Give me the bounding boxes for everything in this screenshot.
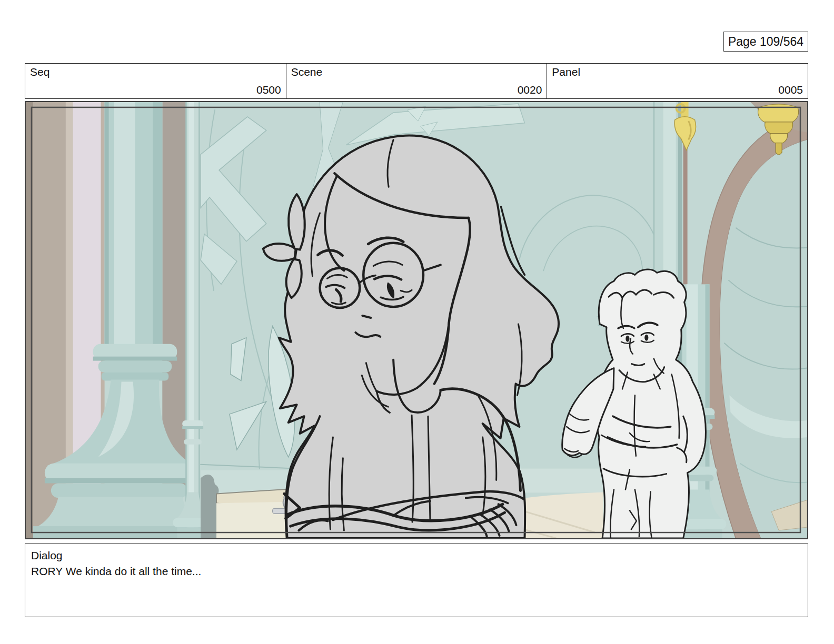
- dialog-box: Dialog RORY We kinda do it all the time.…: [25, 544, 808, 617]
- dialog-label: Dialog: [31, 548, 802, 564]
- page-number-text: Page 109/564: [728, 35, 803, 49]
- storyboard-header-table: Seq 0500 Scene 0020 Panel 0005: [25, 63, 808, 99]
- seq-value: 0500: [256, 84, 281, 96]
- dialog-text: RORY We kinda do it all the time...: [31, 564, 802, 579]
- scene-label: Scene: [291, 66, 323, 78]
- seq-label: Seq: [30, 66, 49, 78]
- storyboard-artwork: [26, 102, 807, 538]
- panel-value: 0005: [778, 84, 803, 96]
- storyboard-panel: [25, 101, 808, 539]
- page-number-box: Page 109/564: [723, 32, 808, 52]
- seq-cell: Seq 0500: [25, 64, 286, 98]
- scene-cell: Scene 0020: [286, 64, 547, 98]
- panel-cell: Panel 0005: [547, 64, 808, 98]
- scene-value: 0020: [518, 84, 542, 96]
- panel-label: Panel: [552, 66, 580, 78]
